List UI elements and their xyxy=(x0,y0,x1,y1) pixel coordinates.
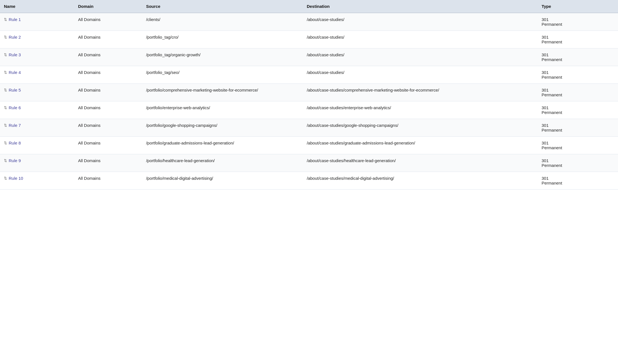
table-row: ⇅Rule 8All Domains/portfolio/graduate-ad… xyxy=(0,137,618,154)
rule-source-cell: /portfolio_tag/organic-growth/ xyxy=(142,48,303,66)
rule-destination-cell: /about/case-studies/google-shopping-camp… xyxy=(303,119,538,137)
rule-type-cell: 301 Permanent xyxy=(538,13,618,31)
rule-destination-cell: /about/case-studies/comprehensive-market… xyxy=(303,84,538,101)
rule-domain-cell: All Domains xyxy=(74,154,142,172)
rule-name-cell: ⇅Rule 4 xyxy=(0,66,74,84)
rule-link[interactable]: Rule 9 xyxy=(9,158,21,163)
rule-source-cell: /portfolio/enterprise-web-analytics/ xyxy=(142,101,303,119)
rule-domain-cell: All Domains xyxy=(74,119,142,137)
rule-domain-cell: All Domains xyxy=(74,31,142,48)
rule-link[interactable]: Rule 7 xyxy=(9,123,21,128)
rule-link[interactable]: Rule 4 xyxy=(9,70,21,75)
table-row: ⇅Rule 5All Domains/portfolio/comprehensi… xyxy=(0,84,618,101)
rule-name-cell: ⇅Rule 5 xyxy=(0,84,74,101)
rule-destination-cell: /about/case-studies/medical-digital-adve… xyxy=(303,172,538,190)
sort-icon[interactable]: ⇅ xyxy=(4,17,7,22)
table-row: ⇅Rule 9All Domains/portfolio/healthcare-… xyxy=(0,154,618,172)
rule-type-cell: 301 Permanent xyxy=(538,66,618,84)
rule-type-cell: 301 Permanent xyxy=(538,84,618,101)
rule-destination-cell: /about/case-studies/graduate-admissions-… xyxy=(303,137,538,154)
rule-destination-cell: /about/case-studies/enterprise-web-analy… xyxy=(303,101,538,119)
table-row: ⇅Rule 4All Domains/portfolio_tag/seo//ab… xyxy=(0,66,618,84)
rule-name-cell: ⇅Rule 1 xyxy=(0,13,74,31)
header-destination: Destination xyxy=(303,0,538,13)
rule-type-cell: 301 Permanent xyxy=(538,31,618,48)
table-row: ⇅Rule 10All Domains/portfolio/medical-di… xyxy=(0,172,618,190)
sort-icon[interactable]: ⇅ xyxy=(4,141,7,145)
rule-name-cell: ⇅Rule 10 xyxy=(0,172,74,190)
rule-domain-cell: All Domains xyxy=(74,66,142,84)
rule-name-cell: ⇅Rule 2 xyxy=(0,31,74,48)
rule-type-cell: 301 Permanent xyxy=(538,119,618,137)
rule-destination-cell: /about/case-studies/ xyxy=(303,48,538,66)
rule-name-cell: ⇅Rule 8 xyxy=(0,137,74,154)
rule-type-cell: 301 Permanent xyxy=(538,101,618,119)
rule-domain-cell: All Domains xyxy=(74,101,142,119)
rule-link[interactable]: Rule 6 xyxy=(9,105,21,110)
rule-type-cell: 301 Permanent xyxy=(538,137,618,154)
table-header-row: Name Domain Source Destination Type xyxy=(0,0,618,13)
rule-type-cell: 301 Permanent xyxy=(538,48,618,66)
rule-source-cell: /portfolio_tag/cro/ xyxy=(142,31,303,48)
rule-source-cell: /portfolio/google-shopping-campaigns/ xyxy=(142,119,303,137)
rule-domain-cell: All Domains xyxy=(74,48,142,66)
sort-icon[interactable]: ⇅ xyxy=(4,106,7,110)
table-row: ⇅Rule 1All Domains/clients//about/case-s… xyxy=(0,13,618,31)
table-row: ⇅Rule 2All Domains/portfolio_tag/cro//ab… xyxy=(0,31,618,48)
rule-source-cell: /clients/ xyxy=(142,13,303,31)
rule-type-cell: 301 Permanent xyxy=(538,154,618,172)
rule-domain-cell: All Domains xyxy=(74,172,142,190)
table-row: ⇅Rule 7All Domains/portfolio/google-shop… xyxy=(0,119,618,137)
rule-link[interactable]: Rule 3 xyxy=(9,52,21,57)
rule-domain-cell: All Domains xyxy=(74,13,142,31)
sort-icon[interactable]: ⇅ xyxy=(4,70,7,74)
rule-domain-cell: All Domains xyxy=(74,84,142,101)
header-name: Name xyxy=(0,0,74,13)
rule-source-cell: /portfolio/comprehensive-marketing-websi… xyxy=(142,84,303,101)
header-type: Type xyxy=(538,0,618,13)
rule-destination-cell: /about/case-studies/ xyxy=(303,66,538,84)
rule-source-cell: /portfolio/medical-digital-advertising/ xyxy=(142,172,303,190)
rule-source-cell: /portfolio/graduate-admissions-lead-gene… xyxy=(142,137,303,154)
rule-source-cell: /portfolio/healthcare-lead-generation/ xyxy=(142,154,303,172)
rule-type-cell: 301 Permanent xyxy=(538,172,618,190)
rule-link[interactable]: Rule 2 xyxy=(9,35,21,39)
sort-icon[interactable]: ⇅ xyxy=(4,158,7,163)
rule-destination-cell: /about/case-studies/healthcare-lead-gene… xyxy=(303,154,538,172)
sort-icon[interactable]: ⇅ xyxy=(4,53,7,57)
sort-icon[interactable]: ⇅ xyxy=(4,176,7,180)
rule-name-cell: ⇅Rule 3 xyxy=(0,48,74,66)
sort-icon[interactable]: ⇅ xyxy=(4,35,7,39)
table-row: ⇅Rule 3All Domains/portfolio_tag/organic… xyxy=(0,48,618,66)
rule-link[interactable]: Rule 1 xyxy=(9,17,21,22)
sort-icon[interactable]: ⇅ xyxy=(4,123,7,127)
header-source: Source xyxy=(142,0,303,13)
table-row: ⇅Rule 6All Domains/portfolio/enterprise-… xyxy=(0,101,618,119)
rule-link[interactable]: Rule 5 xyxy=(9,88,21,92)
rule-destination-cell: /about/case-studies/ xyxy=(303,31,538,48)
rule-name-cell: ⇅Rule 6 xyxy=(0,101,74,119)
rule-name-cell: ⇅Rule 7 xyxy=(0,119,74,137)
sort-icon[interactable]: ⇅ xyxy=(4,88,7,92)
rule-domain-cell: All Domains xyxy=(74,137,142,154)
header-domain: Domain xyxy=(74,0,142,13)
rule-name-cell: ⇅Rule 9 xyxy=(0,154,74,172)
redirect-rules-table: Name Domain Source Destination Type ⇅Rul… xyxy=(0,0,618,190)
rule-link[interactable]: Rule 10 xyxy=(9,176,23,181)
rule-source-cell: /portfolio_tag/seo/ xyxy=(142,66,303,84)
rule-link[interactable]: Rule 8 xyxy=(9,141,21,145)
rule-destination-cell: /about/case-studies/ xyxy=(303,13,538,31)
